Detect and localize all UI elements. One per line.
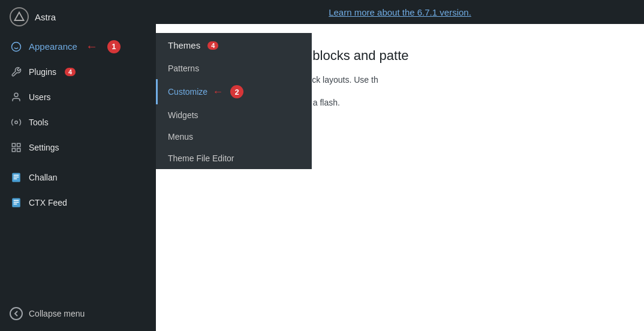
arrow-annotation-2: ← — [212, 86, 223, 98]
themes-badge: 4 — [207, 41, 218, 50]
submenu-menus-label: Menus — [168, 132, 193, 142]
svg-rect-4 — [12, 143, 15, 146]
sidebar-item-ctxfeed[interactable]: CTX Feed — [0, 190, 156, 215]
sidebar-item-plugins[interactable]: Plugins 4 — [0, 59, 156, 85]
collapse-menu[interactable]: Collapse menu — [0, 301, 156, 326]
annotation-num-2: 2 — [230, 85, 243, 98]
sidebar-item-tools-label: Tools — [29, 118, 49, 127]
sidebar-item-plugins-label: Plugins — [29, 67, 56, 77]
submenu-item-themes[interactable]: Themes 4 — [156, 33, 311, 58]
settings-icon — [10, 141, 23, 154]
arrow-annotation-1: ← — [86, 40, 98, 53]
plugins-badge: 4 — [65, 68, 76, 76]
sidebar-item-challan[interactable]: Challan — [0, 165, 156, 190]
sidebar-item-appearance[interactable]: Appearance ← 1 — [0, 34, 156, 59]
svg-rect-14 — [14, 202, 19, 203]
appearance-icon — [10, 40, 23, 53]
annotation-num-1: 1 — [107, 40, 121, 53]
sidebar: Astra Appearance ← 1 Plugins 4 — [0, 0, 156, 331]
svg-rect-7 — [17, 149, 20, 152]
astra-icon — [10, 7, 29, 26]
submenu-customize-label: Customize — [168, 87, 207, 97]
svg-rect-5 — [17, 143, 20, 146]
sidebar-item-challan-label: Challan — [29, 173, 57, 182]
svg-point-3 — [15, 121, 18, 124]
appearance-submenu: Themes 4 Patterns Customize ← 2 Widgets … — [156, 33, 312, 169]
sidebar-item-settings-label: Settings — [29, 143, 59, 152]
submenu-item-menus[interactable]: Menus — [156, 126, 311, 148]
svg-rect-15 — [14, 204, 17, 205]
sidebar-item-users-label: Users — [29, 92, 51, 102]
sidebar-logo[interactable]: Astra — [0, 0, 156, 34]
svg-rect-10 — [14, 177, 19, 178]
svg-rect-9 — [14, 175, 19, 176]
submenu-item-customize[interactable]: Customize ← 2 — [156, 79, 311, 104]
svg-point-2 — [14, 93, 18, 97]
submenu-theme-file-editor-label: Theme File Editor — [168, 154, 234, 163]
tools-icon — [10, 116, 23, 129]
sidebar-item-settings[interactable]: Settings — [0, 135, 156, 160]
plugins-icon — [10, 65, 23, 79]
challan-icon — [10, 171, 23, 184]
sidebar-item-appearance-label: Appearance — [29, 41, 77, 52]
collapse-icon — [10, 307, 23, 320]
submenu-patterns-label: Patterns — [168, 64, 199, 73]
sidebar-logo-label: Astra — [35, 12, 56, 22]
sidebar-item-users[interactable]: Users — [0, 85, 156, 110]
main-header: Learn more about the 6.7.1 version. — [156, 0, 644, 24]
submenu-widgets-label: Widgets — [168, 110, 198, 120]
svg-rect-13 — [14, 200, 19, 201]
submenu-item-patterns[interactable]: Patterns — [156, 58, 311, 79]
sidebar-item-ctxfeed-label: CTX Feed — [29, 198, 67, 207]
users-icon — [10, 91, 23, 104]
svg-rect-6 — [12, 149, 15, 152]
collapse-menu-label: Collapse menu — [29, 309, 85, 318]
svg-rect-11 — [14, 179, 17, 180]
submenu-themes-label: Themes — [168, 40, 200, 50]
submenu-item-widgets[interactable]: Widgets — [156, 104, 311, 126]
version-link[interactable]: Learn more about the 6.7.1 version. — [329, 7, 471, 17]
ctxfeed-icon — [10, 196, 23, 209]
submenu-item-theme-file-editor[interactable]: Theme File Editor — [156, 148, 311, 169]
sidebar-item-tools[interactable]: Tools — [0, 110, 156, 135]
